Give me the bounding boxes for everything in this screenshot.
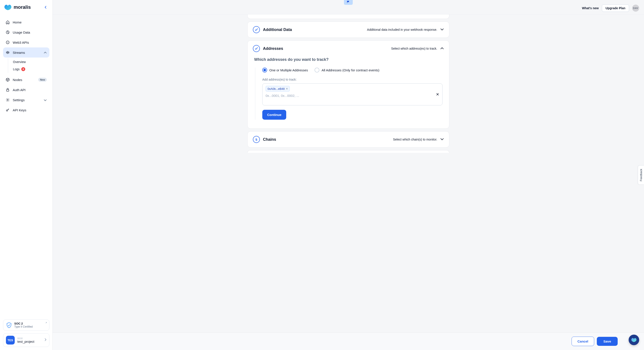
chip-remove-icon[interactable]: × — [286, 87, 288, 90]
step-complete-icon — [253, 26, 260, 33]
sidebar-subitem-logs[interactable]: Logs 0 — [12, 66, 50, 73]
stream-icon — [6, 50, 10, 54]
radio-indicator — [262, 68, 267, 72]
soc-title: SOC 2 — [14, 322, 33, 325]
sidebar-item-label: Settings — [13, 98, 24, 102]
soc2-card[interactable]: SOC 2 Type II Certified — [3, 320, 50, 331]
streams-subnav: Overview Logs 0 — [8, 58, 50, 73]
section-subtitle: Select which chain(s) to monitor. — [393, 138, 437, 141]
section-addresses: Addresses Select which address(es) to tr… — [247, 40, 449, 129]
step-complete-icon — [253, 45, 260, 52]
section-chains: 5 Chains Select which chain(s) to monito… — [247, 131, 449, 148]
content-scroll[interactable]: Additional Data Additional data included… — [53, 14, 644, 332]
section-header-chains[interactable]: 5 Chains Select which chain(s) to monito… — [248, 132, 449, 147]
sidebar-item-label: Streams — [13, 51, 25, 54]
address-input[interactable]: 0xA0b...eB48 × ✕ — [262, 84, 442, 106]
footer-bar: Cancel Save — [53, 332, 644, 350]
section-subtitle: Additional data included in your webhook… — [367, 28, 437, 32]
sidebar-nav: Home Usage Data 3 Web3 APIs Streams Over… — [0, 14, 52, 316]
section-header-additional-data[interactable]: Additional Data Additional data included… — [248, 22, 449, 38]
new-badge: New — [38, 78, 47, 82]
logo[interactable]: moralis — [4, 4, 31, 10]
sidebar-footer: SOC 2 Type II Certified TES XXX test_pro… — [0, 316, 52, 350]
svg-rect-3 — [6, 90, 9, 91]
flag-badge[interactable] — [344, 0, 353, 5]
sidebar-item-streams[interactable]: Streams — [3, 48, 50, 58]
cube-icon: 3 — [6, 40, 10, 44]
section-body-addresses: Which addresses do you want to track? On… — [248, 57, 449, 128]
svg-text:3: 3 — [7, 42, 8, 44]
sidebar-item-usage-data[interactable]: Usage Data — [3, 27, 50, 37]
address-field-label: Add address(es) to track: — [262, 78, 442, 81]
sidebar-header: moralis — [0, 0, 52, 14]
address-text-input[interactable] — [266, 94, 439, 98]
sidebar: moralis Home Usage Data 3 Web3 APIs Str — [0, 0, 53, 350]
avatar[interactable]: DAV — [632, 4, 639, 12]
continue-button[interactable]: Continue — [262, 110, 286, 120]
box-icon — [6, 78, 10, 82]
project-badge: TES — [6, 336, 15, 344]
feedback-tab[interactable]: Feedback — [638, 165, 644, 184]
feedback-label: Feedback — [640, 169, 643, 181]
lock-icon — [6, 88, 10, 92]
radio-label: All Addresses (Only for contract events) — [322, 68, 379, 72]
clear-input-icon[interactable]: ✕ — [436, 92, 439, 97]
chip-text: 0xA0b...eB48 — [268, 87, 285, 90]
sidebar-item-web3-apis[interactable]: 3 Web3 APIs — [3, 37, 50, 48]
svg-point-5 — [6, 110, 8, 111]
sidebar-item-label: Usage Data — [13, 30, 30, 34]
whats-new-link[interactable]: What's new — [582, 6, 598, 10]
help-fab[interactable] — [629, 335, 639, 345]
section-subtitle: Select which address(es) to track. — [391, 47, 437, 50]
save-button[interactable]: Save — [597, 337, 618, 346]
shield-check-icon — [6, 322, 12, 328]
external-link-icon — [45, 322, 48, 324]
sidebar-item-nodes[interactable]: Nodes New — [3, 75, 50, 85]
sidebar-item-label: Home — [13, 20, 22, 24]
card-stub-top — [247, 14, 449, 19]
project-eyebrow: XXX — [17, 337, 34, 340]
addresses-question: Which addresses do you want to track? — [254, 57, 442, 62]
step-number-icon: 5 — [253, 136, 260, 143]
logo-text: moralis — [14, 4, 31, 10]
project-switcher[interactable]: TES XXX test_project — [3, 333, 50, 347]
sidebar-item-label: Auth API — [13, 88, 26, 92]
section-title: Additional Data — [263, 28, 292, 32]
cancel-button[interactable]: Cancel — [572, 336, 594, 346]
chevron-down-icon — [440, 28, 444, 32]
sidebar-subitem-overview[interactable]: Overview — [12, 58, 50, 66]
radio-indicator — [314, 68, 319, 72]
sidebar-item-api-keys[interactable]: API Keys — [3, 105, 50, 115]
section-title: Chains — [263, 137, 276, 142]
moralis-logo-icon — [4, 4, 12, 10]
home-icon — [6, 20, 10, 24]
chevron-left-icon — [44, 6, 47, 9]
upgrade-plan-button[interactable]: Upgrade Plan — [602, 4, 629, 12]
project-name: test_project — [17, 340, 34, 344]
section-title: Addresses — [263, 46, 283, 51]
flag-bar — [53, 0, 644, 2]
sidebar-item-label: API Keys — [13, 108, 26, 112]
address-mode-radio-group: One or Multiple Addresses All Addresses … — [262, 68, 442, 72]
radio-label: One or Multiple Addresses — [269, 68, 308, 72]
chevron-down-icon — [44, 98, 47, 102]
sidebar-collapse-button[interactable] — [43, 4, 48, 10]
sidebar-item-auth-api[interactable]: Auth API — [3, 85, 50, 95]
sidebar-item-settings[interactable]: Settings — [3, 95, 50, 105]
sidebar-item-label: Web3 APIs — [13, 40, 29, 44]
moralis-heart-icon — [631, 338, 637, 342]
section-additional-data: Additional Data Additional data included… — [247, 22, 449, 38]
sidebar-subitem-label: Overview — [13, 60, 26, 64]
section-header-addresses[interactable]: Addresses Select which address(es) to tr… — [248, 40, 449, 56]
chart-pie-icon — [6, 30, 10, 34]
card-stub-bottom — [247, 150, 449, 153]
radio-all-addresses[interactable]: All Addresses (Only for contract events) — [314, 68, 379, 72]
flag-icon — [346, 0, 350, 4]
radio-one-or-multiple[interactable]: One or Multiple Addresses — [262, 68, 308, 72]
address-chip: 0xA0b...eB48 × — [266, 86, 290, 92]
chevron-right-icon — [44, 338, 46, 342]
gear-icon — [6, 98, 10, 102]
sidebar-item-home[interactable]: Home — [3, 17, 50, 27]
main-column: What's new Upgrade Plan DAV Additional D… — [53, 0, 644, 350]
addresses-form: One or Multiple Addresses All Addresses … — [255, 68, 442, 120]
